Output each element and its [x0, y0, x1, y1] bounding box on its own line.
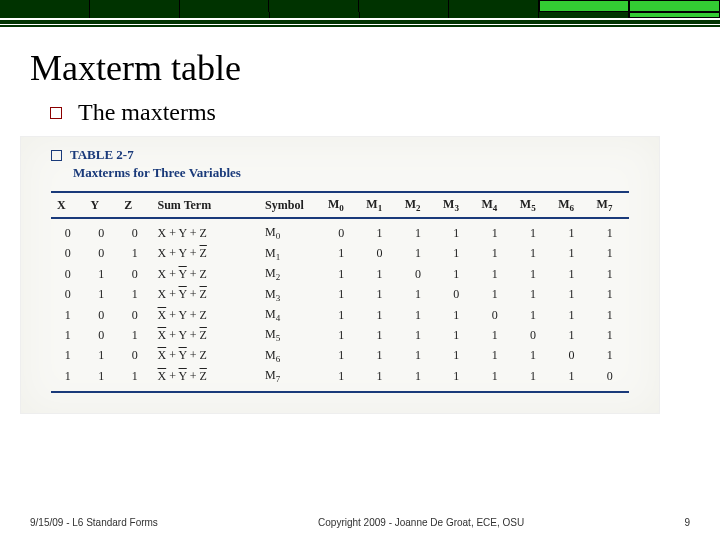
- cell: 0: [51, 264, 85, 284]
- cell: X + Y + Z: [152, 218, 260, 243]
- table-figure: TABLE 2-7 Maxterms for Three Variables X…: [20, 136, 660, 414]
- cell: 0: [85, 325, 119, 345]
- cell: 0: [552, 346, 590, 366]
- cell: 1: [591, 244, 629, 264]
- cell: 1: [85, 285, 119, 305]
- col-m0: M0: [322, 192, 360, 218]
- maxterm-table: X Y Z Sum Term Symbol M0 M1 M2 M3 M4 M5 …: [51, 191, 629, 393]
- col-z: Z: [118, 192, 151, 218]
- col-m1: M1: [360, 192, 398, 218]
- cell: M7: [259, 366, 322, 391]
- cell: 1: [437, 366, 475, 391]
- cell: M1: [259, 244, 322, 264]
- cell: 0: [85, 244, 119, 264]
- cell: 1: [475, 244, 513, 264]
- cell: 1: [552, 366, 590, 391]
- cell: X + Y + Z: [152, 285, 260, 305]
- cell: M0: [259, 218, 322, 243]
- table-row: 100X + Y + ZM411110111: [51, 305, 629, 325]
- cell: 1: [437, 325, 475, 345]
- cell: 0: [437, 285, 475, 305]
- cell: 1: [399, 285, 437, 305]
- cell: 1: [51, 325, 85, 345]
- col-m4: M4: [475, 192, 513, 218]
- cell: 1: [360, 366, 398, 391]
- cell: 1: [85, 366, 119, 391]
- cell: 1: [437, 218, 475, 243]
- footer-center: Copyright 2009 - Joanne De Groat, ECE, O…: [158, 517, 685, 528]
- cell: 1: [552, 325, 590, 345]
- cell: 0: [322, 218, 360, 243]
- cell: 1: [322, 244, 360, 264]
- col-x: X: [51, 192, 85, 218]
- cell: 1: [322, 366, 360, 391]
- cell: 1: [360, 346, 398, 366]
- cell: 1: [514, 218, 552, 243]
- cell: X + Y + Z: [152, 366, 260, 391]
- cell: 1: [399, 346, 437, 366]
- cell: 1: [552, 285, 590, 305]
- footer-page-number: 9: [684, 517, 690, 528]
- cell: 1: [591, 346, 629, 366]
- cell: 1: [552, 218, 590, 243]
- cell: 1: [475, 366, 513, 391]
- cell: X + Y + Z: [152, 346, 260, 366]
- cell: 0: [360, 244, 398, 264]
- cell: 1: [51, 305, 85, 325]
- cell: 0: [51, 244, 85, 264]
- cell: 0: [118, 218, 151, 243]
- cell: 1: [591, 325, 629, 345]
- cell: 1: [514, 305, 552, 325]
- cell: 0: [85, 305, 119, 325]
- col-sum: Sum Term: [152, 192, 260, 218]
- cell: X + Y + Z: [152, 244, 260, 264]
- col-y: Y: [85, 192, 119, 218]
- cell: M4: [259, 305, 322, 325]
- table-row: 000X + Y + ZM001111111: [51, 218, 629, 243]
- col-m5: M5: [514, 192, 552, 218]
- cell: 1: [514, 346, 552, 366]
- cell: 1: [322, 325, 360, 345]
- cell: 1: [552, 305, 590, 325]
- cell: 1: [591, 218, 629, 243]
- table-row: 110X + Y + ZM611111101: [51, 346, 629, 366]
- table-header-row: X Y Z Sum Term Symbol M0 M1 M2 M3 M4 M5 …: [51, 192, 629, 218]
- cell: 1: [360, 285, 398, 305]
- table-caption-icon: [51, 150, 62, 161]
- cell: 1: [591, 305, 629, 325]
- table-row: 011X + Y + ZM311101111: [51, 285, 629, 305]
- col-m3: M3: [437, 192, 475, 218]
- cell: 1: [322, 346, 360, 366]
- slide-title: Maxterm table: [30, 47, 720, 89]
- cell: 1: [399, 218, 437, 243]
- cell: 1: [591, 264, 629, 284]
- cell: 1: [514, 264, 552, 284]
- col-symbol: Symbol: [259, 192, 322, 218]
- cell: 1: [475, 218, 513, 243]
- cell: 1: [360, 264, 398, 284]
- slide-top-bar: [0, 0, 720, 27]
- cell: 1: [118, 244, 151, 264]
- cell: 0: [118, 305, 151, 325]
- cell: 0: [85, 218, 119, 243]
- table-row: 101X + Y + ZM511111011: [51, 325, 629, 345]
- table-label: TABLE 2-7: [70, 147, 134, 163]
- cell: M2: [259, 264, 322, 284]
- cell: M3: [259, 285, 322, 305]
- cell: 1: [118, 366, 151, 391]
- table-subtitle: Maxterms for Three Variables: [73, 165, 629, 181]
- cell: 0: [514, 325, 552, 345]
- cell: 1: [437, 346, 475, 366]
- cell: 1: [51, 346, 85, 366]
- cell: 1: [514, 244, 552, 264]
- cell: 1: [118, 325, 151, 345]
- cell: 1: [118, 285, 151, 305]
- cell: 1: [360, 218, 398, 243]
- cell: 1: [591, 285, 629, 305]
- cell: 1: [514, 366, 552, 391]
- cell: 1: [51, 366, 85, 391]
- cell: 1: [399, 366, 437, 391]
- table-row: 010X + Y + ZM211011111: [51, 264, 629, 284]
- cell: M6: [259, 346, 322, 366]
- cell: 1: [322, 285, 360, 305]
